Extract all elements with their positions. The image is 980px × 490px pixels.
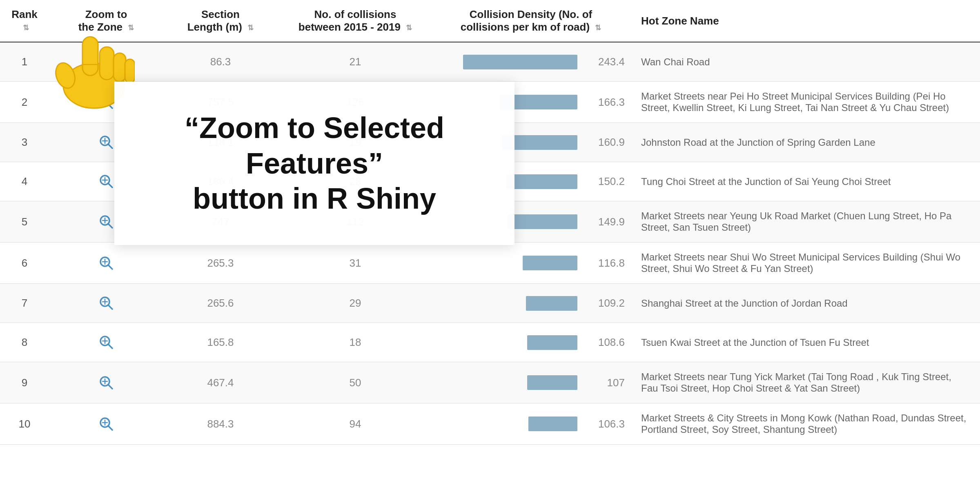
svg-line-5 xyxy=(108,104,112,108)
density-value: 166.3 xyxy=(584,96,625,109)
density-bar xyxy=(502,135,577,150)
zoom-button[interactable] xyxy=(96,92,116,112)
collisions-sort-icon[interactable]: ⇅ xyxy=(406,23,412,32)
density-value: 108.6 xyxy=(584,336,625,349)
density-cell: 243.4 xyxy=(433,42,629,82)
zoom-button[interactable] xyxy=(96,372,116,393)
zoom-cell[interactable] xyxy=(49,403,163,445)
collisions-cell: 28 xyxy=(278,162,433,201)
density-bar-container: 149.9 xyxy=(443,214,625,229)
density-value: 243.4 xyxy=(584,56,625,68)
bar-wrap xyxy=(443,55,577,69)
section-cell: 757.5 xyxy=(163,82,278,123)
bar-wrap xyxy=(443,375,577,390)
density-value: 106.3 xyxy=(584,418,625,430)
density-bar xyxy=(508,214,577,229)
rank-cell: 6 xyxy=(0,243,49,284)
density-bar-container: 166.3 xyxy=(443,95,625,109)
density-bar xyxy=(526,296,577,311)
zoom-cell[interactable] xyxy=(49,162,163,201)
svg-line-21 xyxy=(108,265,112,269)
zoom-button[interactable] xyxy=(96,414,116,434)
collisions-cell: 19 xyxy=(278,123,433,162)
section-cell: 467.4 xyxy=(163,362,278,403)
density-cell: 108.6 xyxy=(433,323,629,362)
section-cell: 186.4 xyxy=(163,162,278,201)
density-cell: 116.8 xyxy=(433,243,629,284)
density-cell: 107 xyxy=(433,362,629,403)
zoom-button[interactable] xyxy=(96,293,116,313)
bar-wrap xyxy=(443,416,577,431)
section-sort-icon[interactable]: ⇅ xyxy=(247,23,254,32)
zoom-cell[interactable] xyxy=(49,82,163,123)
density-bar-container: 243.4 xyxy=(443,55,625,69)
table-row: 3 118.119 160.9 Johnston Road at the Jun… xyxy=(0,123,980,162)
density-bar-container: 150.2 xyxy=(443,174,625,189)
zoom-button[interactable] xyxy=(96,51,116,72)
zoom-cell[interactable] xyxy=(49,123,163,162)
density-bar xyxy=(523,256,577,270)
hotzone-cell: Shanghai Street at the Junction of Jorda… xyxy=(629,284,980,323)
density-bar-container: 106.3 xyxy=(443,416,625,431)
density-bar xyxy=(528,416,577,431)
section-cell: 118.1 xyxy=(163,123,278,162)
collisions-cell: 31 xyxy=(278,243,433,284)
svg-line-1 xyxy=(108,64,112,68)
density-bar xyxy=(463,55,577,69)
zoom-cell[interactable] xyxy=(49,362,163,403)
table-body: 1 86.321 243.4 Wan Chai Road2 757.5 xyxy=(0,42,980,445)
collisions-cell: 21 xyxy=(278,42,433,82)
zoom-cell[interactable] xyxy=(49,42,163,82)
section-cell: 265.3 xyxy=(163,243,278,284)
table-row: 10 884.394 106.3 Market Streets & City S… xyxy=(0,403,980,445)
density-header-label: Collision Density (No. ofcollisions per … xyxy=(461,8,592,33)
density-cell: 150.2 xyxy=(433,162,629,201)
hotzone-cell: Wan Chai Road xyxy=(629,42,980,82)
rank-cell: 9 xyxy=(0,362,49,403)
zoom-cell[interactable] xyxy=(49,284,163,323)
zoom-header: Zoom tothe Zone ⇅ xyxy=(49,0,163,42)
rank-sort-icon[interactable]: ⇅ xyxy=(23,23,29,32)
section-cell: 165.8 xyxy=(163,323,278,362)
svg-line-33 xyxy=(108,385,112,389)
svg-line-17 xyxy=(108,224,112,228)
density-value: 109.2 xyxy=(584,297,625,310)
bar-wrap xyxy=(443,214,577,229)
rank-cell: 4 xyxy=(0,162,49,201)
zoom-button[interactable] xyxy=(96,253,116,273)
rank-cell: 7 xyxy=(0,284,49,323)
collisions-cell: 94 xyxy=(278,403,433,445)
hotzone-header: Hot Zone Name xyxy=(629,0,980,42)
collisions-cell: 126 xyxy=(278,82,433,123)
zoom-cell[interactable] xyxy=(49,323,163,362)
svg-line-25 xyxy=(108,305,112,309)
rank-cell: 1 xyxy=(0,42,49,82)
zoom-button[interactable] xyxy=(96,332,116,352)
hotzone-cell: Market Streets near Shui Wo Street Munic… xyxy=(629,243,980,284)
density-sort-icon[interactable]: ⇅ xyxy=(595,23,601,32)
density-bar xyxy=(500,95,577,109)
section-cell: 265.6 xyxy=(163,284,278,323)
hotzone-cell: Market Streets near Tung Yick Market (Ta… xyxy=(629,362,980,403)
table-row: 7 265.629 109.2 Shanghai Street at the J… xyxy=(0,284,980,323)
hotzone-header-label: Hot Zone Name xyxy=(641,15,719,27)
hotzone-cell: Market Streets near Pei Ho Street Munici… xyxy=(629,82,980,123)
zoom-button[interactable] xyxy=(96,212,116,232)
zoom-cell[interactable] xyxy=(49,243,163,284)
svg-line-37 xyxy=(108,426,112,430)
density-bar-container: 107 xyxy=(443,375,625,390)
bar-wrap xyxy=(443,174,577,189)
section-header-label: SectionLength (m) xyxy=(187,8,242,33)
zoom-button[interactable] xyxy=(96,132,116,152)
density-bar xyxy=(527,375,577,390)
density-cell: 166.3 xyxy=(433,82,629,123)
rank-header: Rank ⇅ xyxy=(0,0,49,42)
zoom-sort-icon[interactable]: ⇅ xyxy=(128,23,134,32)
density-bar xyxy=(527,335,577,350)
zoom-cell[interactable] xyxy=(49,201,163,243)
density-bar-container: 116.8 xyxy=(443,256,625,270)
zoom-header-label: Zoom tothe Zone xyxy=(78,8,127,33)
zoom-button[interactable] xyxy=(96,171,116,192)
section-cell: 884.3 xyxy=(163,403,278,445)
rank-cell: 5 xyxy=(0,201,49,243)
